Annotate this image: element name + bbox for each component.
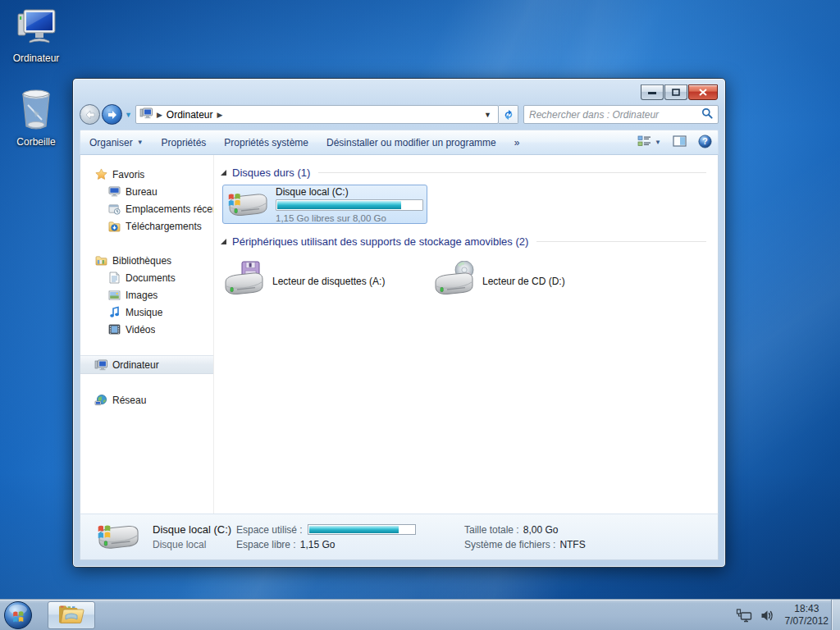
close-button[interactable] — [688, 84, 718, 100]
group-rule — [536, 241, 706, 242]
search-icon[interactable] — [701, 107, 713, 121]
file-system-label: Système de fichiers : — [464, 539, 555, 550]
sidebar-item-telechargements[interactable]: Téléchargements — [80, 217, 213, 235]
properties-button[interactable]: Propriétés — [153, 133, 216, 153]
device-item-cd-d[interactable]: Lecteur de CD (D:) — [432, 261, 565, 301]
address-dropdown-icon[interactable]: ▼ — [481, 111, 495, 119]
taskbar: 18:43 7/07/2012 — [0, 599, 840, 630]
recycle-bin-icon — [0, 89, 72, 134]
window-body: Favoris Bureau — [80, 155, 719, 514]
details-item-name: Disque local (C:) — [153, 523, 236, 536]
refresh-button[interactable] — [499, 105, 518, 124]
cd-drive-icon — [432, 261, 475, 301]
search-placeholder: Rechercher dans : Ordinateur — [529, 109, 701, 121]
details-capacity-bar — [308, 524, 416, 535]
device-item-floppy-a[interactable]: Lecteur de disquettes (A:) — [222, 261, 432, 301]
explorer-icon — [57, 604, 85, 628]
taskbar-explorer-button[interactable] — [48, 601, 95, 629]
free-space-label: Espace libre : — [236, 539, 296, 550]
sidebar-item-videos[interactable]: Vidéos — [80, 321, 213, 338]
hard-drive-icon — [226, 185, 269, 224]
floppy-drive-icon — [222, 261, 265, 301]
desktop-icon-computer[interactable]: Ordinateur — [0, 7, 72, 64]
sidebar-item-favoris[interactable]: Favoris — [80, 166, 213, 183]
navigation-pane: Favoris Bureau — [80, 155, 213, 514]
sidebar-item-musique[interactable]: Musique — [80, 304, 213, 321]
chevron-down-icon: ▼ — [137, 139, 144, 146]
sidebar-item-documents[interactable]: Documents — [80, 269, 213, 286]
drive-free-space-text: 1,15 Go libres sur 8,00 Go — [276, 213, 423, 223]
sidebar-item-ordinateur[interactable]: Ordinateur — [80, 355, 213, 374]
free-space-value: 1,15 Go — [300, 539, 336, 550]
sidebar-item-images[interactable]: Images — [80, 286, 213, 304]
show-desktop-button[interactable] — [831, 600, 840, 630]
forward-button[interactable] — [102, 104, 122, 125]
uninstall-program-button[interactable]: Désinstaller ou modifier un programme — [317, 133, 505, 153]
address-bar[interactable]: ▶ Ordinateur ▶ ▼ — [135, 105, 499, 124]
items-view: Disques durs (1) Disque local (C:) — [213, 155, 718, 514]
downloads-icon — [107, 220, 121, 233]
details-item-type: Disque local — [153, 539, 236, 550]
sidebar-item-reseau[interactable]: Réseau — [80, 391, 213, 409]
group-header-removable-devices[interactable]: Périphériques utilisant des supports de … — [221, 235, 710, 248]
used-space-label: Espace utilisé : — [236, 524, 303, 536]
hard-drive-icon — [95, 517, 141, 557]
sidebar-item-bibliotheques[interactable]: Bibliothèques — [80, 252, 213, 269]
help-button[interactable]: ? — [692, 133, 718, 153]
command-toolbar: Organiser▼ Propriétés Propriétés système… — [80, 130, 719, 155]
svg-text:?: ? — [702, 136, 707, 146]
minimize-button[interactable] — [641, 84, 664, 100]
drive-capacity-bar — [276, 199, 423, 211]
desktop-icon — [107, 185, 121, 199]
change-view-button[interactable]: ▼ — [632, 133, 667, 153]
desktop-icon-label: Ordinateur — [0, 52, 72, 64]
views-icon — [637, 135, 651, 149]
preview-pane-button[interactable] — [667, 133, 692, 153]
videos-icon — [107, 323, 121, 336]
breadcrumb-root[interactable]: Ordinateur — [167, 109, 213, 121]
group-collapse-icon[interactable] — [221, 170, 226, 176]
help-icon: ? — [698, 135, 712, 151]
navigation-bar: ▼ ▶ Ordinateur ▶ ▼ — [80, 103, 719, 126]
start-button[interactable] — [3, 600, 33, 630]
group-header-hard-drives[interactable]: Disques durs (1) — [221, 167, 710, 179]
breadcrumb-arrow-icon: ▶ — [157, 111, 162, 119]
libraries-icon — [94, 254, 107, 267]
total-size-value: 8,00 Go — [523, 524, 559, 536]
group-collapse-icon[interactable] — [221, 239, 226, 244]
recent-pages-chevron[interactable]: ▼ — [125, 111, 132, 119]
clock-date: 7/07/2012 — [785, 615, 829, 628]
pictures-icon — [107, 289, 121, 302]
star-icon — [94, 168, 107, 181]
maximize-button[interactable] — [664, 84, 687, 100]
toolbar-overflow-button[interactable]: » — [505, 133, 529, 153]
search-box[interactable]: Rechercher dans : Ordinateur — [523, 105, 719, 124]
total-size-label: Taille totale : — [464, 524, 519, 536]
taskbar-clock[interactable]: 18:43 7/07/2012 — [785, 603, 829, 628]
group-rule — [318, 172, 706, 173]
volume-tray-icon[interactable] — [760, 609, 774, 622]
organize-button[interactable]: Organiser▼ — [80, 133, 153, 153]
system-tray: 18:43 7/07/2012 — [736, 600, 829, 630]
clock-time: 18:43 — [785, 603, 829, 615]
desktop: Ordinateur Corbeille — [0, 0, 840, 630]
address-location-icon — [139, 107, 153, 121]
chevron-down-icon: ▼ — [655, 139, 661, 146]
breadcrumb-arrow-icon[interactable]: ▶ — [217, 111, 223, 119]
music-note-icon — [107, 306, 121, 319]
drive-capacity-fill — [277, 201, 401, 209]
sidebar-item-emplacements-recents[interactable]: Emplacements récents — [80, 200, 213, 217]
details-pane: Disque local (C:) Espace utilisé : Taill… — [80, 514, 719, 560]
computer-icon — [94, 358, 107, 372]
drive-name: Disque local (C:) — [276, 186, 423, 198]
back-button[interactable] — [80, 104, 100, 125]
explorer-window: ▼ ▶ Ordinateur ▶ ▼ — [72, 78, 726, 568]
details-capacity-fill — [309, 526, 399, 533]
computer-icon — [0, 7, 72, 50]
network-tray-icon[interactable] — [736, 609, 753, 623]
drive-item-c[interactable]: Disque local (C:) 1,15 Go libres sur 8,0… — [222, 185, 427, 224]
sidebar-item-bureau[interactable]: Bureau — [80, 183, 213, 200]
preview-pane-icon — [673, 135, 687, 149]
desktop-icon-recycle-bin[interactable]: Corbeille — [0, 89, 72, 148]
system-properties-button[interactable]: Propriétés système — [215, 133, 317, 153]
